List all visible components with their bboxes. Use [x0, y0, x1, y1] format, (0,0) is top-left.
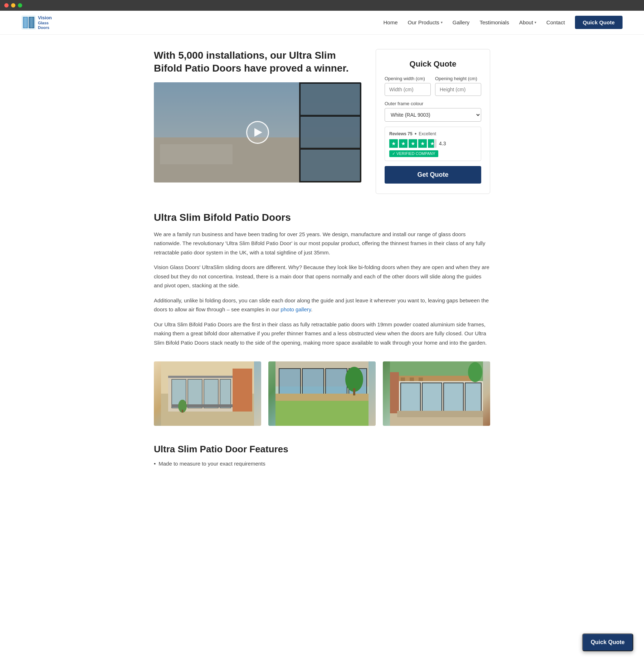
- mac-minimize-dot[interactable]: [11, 3, 15, 8]
- star-2: ★: [399, 139, 408, 148]
- svg-rect-24: [302, 369, 324, 397]
- svg-point-43: [468, 362, 482, 382]
- features-title: Ultra Slim Patio Door Features: [154, 444, 490, 455]
- header-quick-quote-button[interactable]: Quick Quote: [575, 16, 623, 29]
- play-icon: [254, 128, 262, 137]
- gallery-image-3[interactable]: [383, 361, 490, 426]
- colour-field: Outer frame colour White (RAL 9003) Anth…: [385, 101, 481, 122]
- site-wrapper: Vision Glass Doors Home Our Products ▾ G…: [0, 11, 644, 499]
- colour-label: Outer frame colour: [385, 101, 481, 106]
- svg-rect-20: [275, 397, 369, 426]
- nav-testimonials[interactable]: Testimonials: [479, 19, 509, 25]
- trustpilot-rating: 4.3: [439, 141, 446, 146]
- height-input[interactable]: [435, 83, 481, 96]
- nav-gallery[interactable]: Gallery: [453, 19, 470, 25]
- nav-contact[interactable]: Contact: [546, 19, 565, 25]
- svg-rect-25: [326, 369, 347, 397]
- quick-quote-title: Quick Quote: [385, 59, 481, 69]
- svg-point-28: [345, 367, 363, 392]
- width-field: Opening width (cm): [385, 76, 431, 96]
- logo-icon: [21, 15, 36, 30]
- star-3: ★: [409, 139, 417, 148]
- trustpilot-reviews-count: Reviews 75: [389, 131, 413, 136]
- main-content: With 5,000 installations, our Ultra Slim…: [147, 35, 497, 499]
- mac-fullscreen-dot[interactable]: [18, 3, 22, 8]
- product-para-4: Our Ultra Slim Bifold Patio Doors are th…: [154, 320, 490, 347]
- height-field: Opening height (cm): [435, 76, 481, 96]
- svg-rect-38: [401, 383, 420, 412]
- product-para-3: Additionally, unlike bi folding doors, y…: [154, 296, 490, 314]
- trustpilot-stars: ★ ★ ★ ★ ★ 4.3: [389, 139, 477, 148]
- trustpilot-verified-badge: ✓ VERIFIED COMPANY: [389, 150, 438, 157]
- svg-rect-13: [204, 379, 218, 408]
- trustpilot-header: Reviews 75 • Excellent: [389, 131, 477, 137]
- main-nav: Home Our Products ▾ Gallery Testimonials…: [383, 16, 623, 29]
- about-chevron-icon: ▾: [535, 20, 536, 24]
- gallery-image-1[interactable]: [154, 361, 261, 426]
- play-button[interactable]: [246, 121, 269, 144]
- svg-rect-14: [220, 379, 231, 408]
- trustpilot-widget: Reviews 75 • Excellent ★ ★ ★ ★ ★ 4.3 ✓ V…: [385, 127, 481, 161]
- photo-gallery-link[interactable]: photo gallery: [280, 306, 311, 312]
- photo-gallery: [154, 361, 490, 426]
- svg-rect-32: [397, 376, 476, 381]
- logo-text: Vision Glass Doors: [38, 15, 52, 30]
- width-input[interactable]: [385, 83, 431, 96]
- trustpilot-excellent: Excellent: [419, 131, 436, 136]
- feature-item-1: • Made to measure to your exact requirem…: [154, 461, 490, 467]
- width-label: Opening width (cm): [385, 76, 431, 81]
- gallery-img-2-inner: [268, 361, 376, 426]
- quick-quote-panel: Quick Quote Opening width (cm) Opening h…: [376, 49, 490, 194]
- star-4: ★: [418, 139, 427, 148]
- mac-close-dot[interactable]: [4, 3, 9, 8]
- star-5-partial: ★: [428, 139, 436, 148]
- gallery-image-2[interactable]: [268, 361, 376, 426]
- trustpilot-separator: •: [415, 131, 417, 137]
- svg-rect-37: [390, 372, 399, 413]
- features-section: Ultra Slim Patio Door Features • Made to…: [154, 444, 490, 467]
- nav-products[interactable]: Our Products ▾: [408, 19, 442, 25]
- svg-rect-12: [188, 379, 202, 408]
- hero-video[interactable]: [154, 82, 361, 182]
- gallery-img-3-inner: [383, 361, 490, 426]
- product-para-2: Vision Glass Doors' UltraSlim sliding do…: [154, 263, 490, 290]
- hero-section: With 5,000 installations, our Ultra Slim…: [154, 49, 490, 194]
- svg-rect-16: [233, 369, 252, 412]
- product-section: Ultra Slim Bifold Patio Doors We are a f…: [154, 212, 490, 347]
- svg-rect-40: [444, 383, 463, 412]
- get-quote-button[interactable]: Get Quote: [385, 166, 481, 184]
- svg-rect-42: [397, 411, 483, 417]
- hero-left: With 5,000 installations, our Ultra Slim…: [154, 49, 361, 194]
- svg-rect-41: [465, 383, 481, 412]
- feature-bullet-icon: •: [154, 461, 156, 467]
- logo[interactable]: Vision Glass Doors: [21, 15, 52, 30]
- svg-rect-10: [168, 376, 233, 378]
- product-title: Ultra Slim Bifold Patio Doors: [154, 212, 490, 223]
- nav-home[interactable]: Home: [383, 19, 397, 25]
- svg-rect-29: [353, 388, 355, 395]
- products-chevron-icon: ▾: [441, 20, 443, 24]
- svg-rect-39: [422, 383, 442, 412]
- height-label: Opening height (cm): [435, 76, 481, 81]
- dimensions-row: Opening width (cm) Opening height (cm): [385, 76, 481, 96]
- svg-rect-23: [279, 369, 301, 397]
- mac-titlebar: [0, 0, 644, 11]
- gallery-img-1-inner: [154, 361, 261, 426]
- site-header: Vision Glass Doors Home Our Products ▾ G…: [0, 11, 644, 35]
- product-para-1: We are a family run business and have be…: [154, 230, 490, 257]
- star-1: ★: [389, 139, 398, 148]
- svg-rect-18: [182, 410, 183, 413]
- hero-title: With 5,000 installations, our Ultra Slim…: [154, 49, 361, 75]
- nav-about[interactable]: About ▾: [519, 19, 536, 25]
- colour-select[interactable]: White (RAL 9003) Anthracite Grey (RAL 70…: [385, 108, 481, 122]
